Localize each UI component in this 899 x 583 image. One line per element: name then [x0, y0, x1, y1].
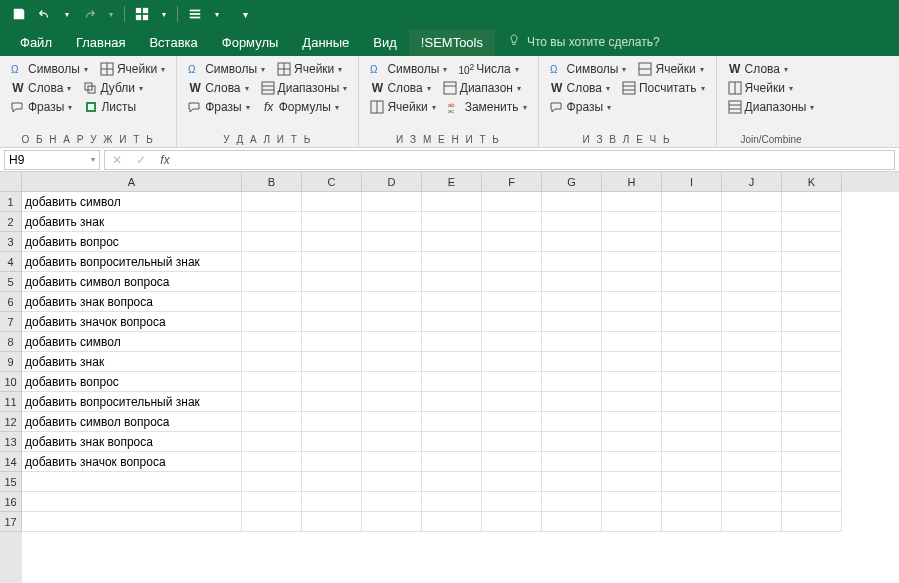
cell[interactable] [782, 192, 842, 212]
cell[interactable] [722, 512, 782, 532]
cell[interactable] [662, 212, 722, 232]
cell[interactable] [782, 412, 842, 432]
cell[interactable] [482, 252, 542, 272]
cell[interactable] [422, 392, 482, 412]
cell[interactable] [242, 412, 302, 432]
cell[interactable] [302, 372, 362, 392]
formula-bar[interactable]: ✕ ✓ fx [104, 150, 895, 170]
cell[interactable] [662, 332, 722, 352]
cell[interactable] [482, 212, 542, 232]
change-numbers-button[interactable]: 102Числа▾ [454, 60, 523, 78]
cell[interactable] [662, 372, 722, 392]
cell[interactable]: добавить знак вопроса [22, 432, 242, 452]
cell[interactable] [782, 292, 842, 312]
cell[interactable] [542, 252, 602, 272]
row-header[interactable]: 10 [0, 372, 22, 392]
cell[interactable]: добавить символ [22, 332, 242, 352]
cell[interactable] [662, 252, 722, 272]
column-header[interactable]: A [22, 172, 242, 192]
cell[interactable] [782, 512, 842, 532]
cell[interactable] [482, 392, 542, 412]
extract-words-button[interactable]: WСлова▾ [545, 79, 615, 97]
cell[interactable] [362, 292, 422, 312]
chevron-down-icon[interactable]: ▾ [91, 155, 95, 164]
cell[interactable] [422, 452, 482, 472]
cell[interactable] [302, 392, 362, 412]
cell[interactable] [302, 332, 362, 352]
cell[interactable] [242, 192, 302, 212]
cell[interactable] [422, 372, 482, 392]
cell[interactable] [602, 292, 662, 312]
cell[interactable] [422, 252, 482, 272]
row-header[interactable]: 16 [0, 492, 22, 512]
cell[interactable] [722, 352, 782, 372]
customize-qat-icon[interactable]: ▾ [236, 5, 254, 23]
row-header[interactable]: 14 [0, 452, 22, 472]
cell[interactable] [362, 232, 422, 252]
cell[interactable] [422, 272, 482, 292]
cell[interactable]: добавить знак вопроса [22, 292, 242, 312]
cell[interactable]: добавить знак [22, 352, 242, 372]
cell[interactable] [422, 292, 482, 312]
cell[interactable] [662, 272, 722, 292]
cell[interactable] [302, 352, 362, 372]
cell[interactable] [362, 252, 422, 272]
cell[interactable] [782, 352, 842, 372]
cell[interactable] [542, 292, 602, 312]
cell[interactable]: добавить вопросительный знак [22, 392, 242, 412]
delete-words-button[interactable]: WСлова▾ [183, 79, 253, 97]
cell[interactable] [482, 492, 542, 512]
column-header[interactable]: G [542, 172, 602, 192]
cell[interactable] [602, 312, 662, 332]
cell[interactable] [602, 332, 662, 352]
cell[interactable] [22, 512, 242, 532]
cell[interactable] [542, 192, 602, 212]
cell[interactable] [302, 312, 362, 332]
cell[interactable] [722, 212, 782, 232]
cell[interactable] [362, 332, 422, 352]
cell[interactable] [722, 412, 782, 432]
cell[interactable] [242, 512, 302, 532]
column-header[interactable]: J [722, 172, 782, 192]
cell[interactable] [542, 472, 602, 492]
cell[interactable] [22, 472, 242, 492]
row-header[interactable]: 4 [0, 252, 22, 272]
cell[interactable] [602, 372, 662, 392]
undo-icon[interactable] [36, 5, 54, 23]
cell[interactable] [422, 232, 482, 252]
cell[interactable] [542, 352, 602, 372]
cell[interactable] [722, 292, 782, 312]
cell[interactable] [782, 392, 842, 412]
cell[interactable] [302, 252, 362, 272]
cell[interactable] [422, 192, 482, 212]
cell[interactable] [722, 472, 782, 492]
chevron-down-icon[interactable]: ▾ [62, 5, 72, 23]
cell[interactable] [722, 232, 782, 252]
cell[interactable]: добавить символ вопроса [22, 272, 242, 292]
cell[interactable]: добавить значок вопроса [22, 452, 242, 472]
column-header[interactable]: C [302, 172, 362, 192]
cell[interactable] [602, 432, 662, 452]
cell[interactable] [602, 492, 662, 512]
cell[interactable] [302, 272, 362, 292]
cell[interactable] [542, 332, 602, 352]
change-range-button[interactable]: Диапазон▾ [438, 79, 526, 97]
cell[interactable] [242, 372, 302, 392]
cell[interactable]: добавить значок вопроса [22, 312, 242, 332]
delete-phrases-button[interactable]: Фразы▾ [183, 98, 254, 116]
tab-insert[interactable]: Вставка [137, 29, 209, 56]
cell[interactable] [242, 252, 302, 272]
cell[interactable] [782, 332, 842, 352]
cell[interactable] [602, 472, 662, 492]
row-header[interactable]: 15 [0, 472, 22, 492]
cell[interactable] [482, 272, 542, 292]
cell[interactable] [242, 492, 302, 512]
extract-count-button[interactable]: Посчитать▾ [617, 79, 710, 97]
cell[interactable] [362, 432, 422, 452]
row-header[interactable]: 11 [0, 392, 22, 412]
cell[interactable] [662, 432, 722, 452]
grid-body[interactable]: добавить символдобавить знакдобавить воп… [22, 192, 899, 532]
cell[interactable] [362, 392, 422, 412]
cell[interactable] [782, 232, 842, 252]
cancel-icon[interactable]: ✕ [105, 153, 129, 167]
